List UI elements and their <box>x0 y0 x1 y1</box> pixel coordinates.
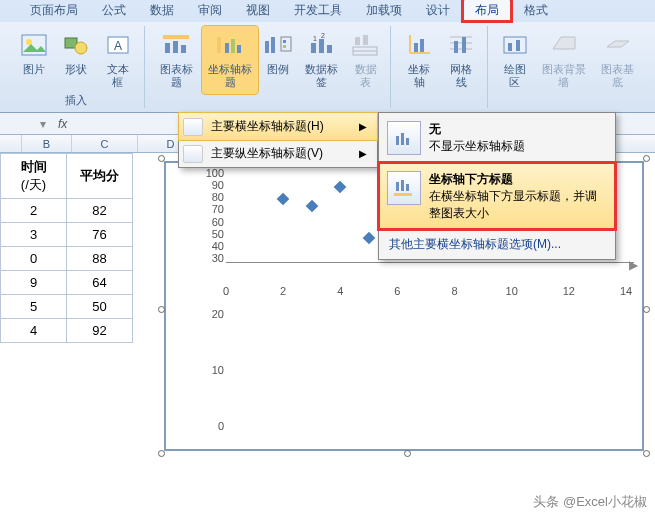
gridlines-button[interactable]: 网格线 <box>441 26 481 94</box>
svg-rect-40 <box>396 136 399 145</box>
group-axes: 坐标轴 网格线 <box>393 26 488 108</box>
below-axis-icon <box>387 171 421 205</box>
insert-textbox-button[interactable]: A 文本框 <box>97 26 138 92</box>
svg-text:2: 2 <box>321 33 325 39</box>
svg-rect-8 <box>173 41 178 53</box>
svg-rect-42 <box>406 138 409 145</box>
v-axis-icon <box>183 145 203 163</box>
tab-view[interactable]: 视图 <box>234 0 282 22</box>
tab-design[interactable]: 设计 <box>414 0 462 22</box>
menu-horizontal-axis-title[interactable]: 主要横坐标轴标题(H)▶ <box>179 113 377 140</box>
table-header-row: 时间(/天)平均分 <box>1 154 133 199</box>
tab-format[interactable]: 格式 <box>512 0 560 22</box>
option-below-axis[interactable]: 坐标轴下方标题在横坐标轴下方显示标题，并调整图表大小 <box>379 163 615 229</box>
plot-area-icon <box>499 29 531 61</box>
svg-rect-25 <box>363 35 368 45</box>
svg-rect-17 <box>283 40 286 43</box>
tab-data[interactable]: 数据 <box>138 0 186 22</box>
horizontal-axis-title-menu: 无不显示坐标轴标题 坐标轴下方标题在横坐标轴下方显示标题，并调整图表大小 其他主… <box>378 112 616 260</box>
svg-rect-30 <box>414 43 418 52</box>
chart-base-button[interactable]: 图表基底 <box>594 26 641 94</box>
svg-text:A: A <box>114 39 122 53</box>
svg-rect-43 <box>396 182 399 191</box>
tab-review[interactable]: 审阅 <box>186 0 234 22</box>
svg-rect-36 <box>462 37 466 53</box>
plot-area-button[interactable]: 绘图区 <box>496 26 533 94</box>
svg-rect-18 <box>283 45 286 48</box>
svg-point-1 <box>26 39 32 45</box>
group-insert: 图片 形状 A 文本框 插入 <box>8 26 145 108</box>
svg-rect-6 <box>163 35 189 39</box>
svg-rect-11 <box>225 43 229 53</box>
insert-shape-button[interactable]: 形状 <box>56 26 96 92</box>
shapes-icon <box>60 29 92 61</box>
menu-vertical-axis-title[interactable]: 主要纵坐标轴标题(V)▶ <box>179 140 377 167</box>
col-b[interactable]: B <box>22 135 72 152</box>
tab-devtools[interactable]: 开发工具 <box>282 0 354 22</box>
axis-title-button[interactable]: 坐标轴标题 <box>202 26 259 94</box>
svg-rect-20 <box>319 39 324 53</box>
axis-title-submenu: 主要横坐标轴标题(H)▶ 主要纵坐标轴标题(V)▶ <box>178 112 378 168</box>
table-row: 282 <box>1 199 133 223</box>
axis-title-icon <box>214 29 246 61</box>
svg-rect-14 <box>265 41 269 53</box>
svg-rect-45 <box>406 184 409 191</box>
svg-rect-44 <box>401 180 404 191</box>
table-row: 088 <box>1 247 133 271</box>
svg-rect-9 <box>181 45 186 53</box>
more-options-link[interactable]: 其他主要横坐标轴标题选项(M)... <box>379 230 615 259</box>
chevron-right-icon: ▶ <box>359 121 367 132</box>
svg-rect-12 <box>231 39 235 53</box>
table-row: 492 <box>1 319 133 343</box>
gridlines-icon <box>445 29 477 61</box>
table-row: 550 <box>1 295 133 319</box>
tab-page-layout[interactable]: 页面布局 <box>18 0 90 22</box>
svg-point-3 <box>75 42 87 54</box>
svg-rect-7 <box>165 43 170 53</box>
chart-base-icon <box>602 29 634 61</box>
h-axis-icon <box>183 118 203 136</box>
svg-rect-15 <box>271 37 275 53</box>
chart-bg-icon <box>548 29 580 61</box>
ribbon-toolbar: 图片 形状 A 文本框 插入 图表标题 <box>0 22 655 112</box>
svg-rect-21 <box>327 45 332 53</box>
chart-title-icon <box>160 29 192 61</box>
tab-formulas[interactable]: 公式 <box>90 0 138 22</box>
svg-rect-39 <box>516 40 520 51</box>
col-c[interactable]: C <box>72 135 138 152</box>
data-table-button[interactable]: 数据表 <box>347 26 384 94</box>
svg-rect-35 <box>454 41 458 53</box>
picture-icon <box>18 29 50 61</box>
chevron-right-icon: ▶ <box>359 148 367 159</box>
svg-rect-37 <box>504 37 526 53</box>
chart-title-button[interactable]: 图表标题 <box>153 26 200 94</box>
textbox-icon: A <box>102 29 134 61</box>
fx-icon[interactable]: fx <box>58 117 67 131</box>
data-table: 时间(/天)平均分 282 376 088 964 550 492 <box>0 153 133 515</box>
option-none[interactable]: 无不显示坐标轴标题 <box>379 113 615 163</box>
group-background: 绘图区 图表背景墙 图表基底 <box>490 26 647 108</box>
axes-button[interactable]: 坐标轴 <box>399 26 439 94</box>
svg-rect-24 <box>355 37 360 45</box>
header-avg[interactable]: 平均分 <box>67 154 133 199</box>
svg-text:1: 1 <box>313 35 317 42</box>
insert-picture-button[interactable]: 图片 <box>14 26 54 92</box>
namebox-dropdown-icon[interactable]: ▾ <box>40 117 46 131</box>
table-row: 964 <box>1 271 133 295</box>
svg-rect-19 <box>311 43 316 53</box>
legend-button[interactable]: 图例 <box>260 26 296 94</box>
data-labels-button[interactable]: 12 数据标签 <box>299 26 346 94</box>
legend-icon <box>262 29 294 61</box>
chart-bg-button[interactable]: 图表背景墙 <box>536 26 593 94</box>
data-labels-icon: 12 <box>306 29 338 61</box>
ribbon-tabs: 页面布局 公式 数据 审阅 视图 开发工具 加载项 设计 布局 格式 <box>0 0 655 22</box>
tab-addins[interactable]: 加载项 <box>354 0 414 22</box>
table-row: 376 <box>1 223 133 247</box>
tab-layout[interactable]: 布局 <box>462 0 512 22</box>
axes-icon <box>403 29 435 61</box>
header-time[interactable]: 时间(/天) <box>1 154 67 199</box>
ribbon: 页面布局 公式 数据 审阅 视图 开发工具 加载项 设计 布局 格式 图片 形状… <box>0 0 655 113</box>
group-labels: 图表标题 坐标轴标题 图例 12 数据标签 数据表 <box>147 26 391 108</box>
svg-rect-46 <box>394 193 412 196</box>
watermark: 头条 @Excel小花椒 <box>533 493 647 511</box>
